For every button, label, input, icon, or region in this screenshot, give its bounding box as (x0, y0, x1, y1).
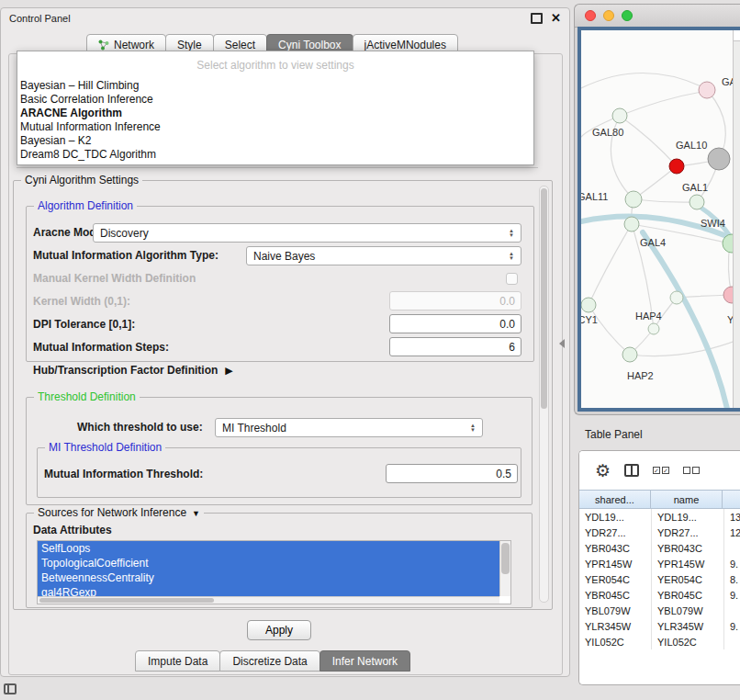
panel-collapse-arrow-icon[interactable] (559, 339, 565, 348)
network-edge[interactable] (633, 199, 697, 202)
table-row[interactable]: YLR345WYLR345W9. (579, 618, 740, 634)
data-attribute-item[interactable]: TopologicalCoefficient (38, 556, 499, 570)
settings-scrollbar[interactable] (539, 186, 549, 603)
network-node[interactable] (612, 108, 627, 123)
network-edge[interactable] (589, 305, 630, 355)
scroll-up-arrow[interactable] (734, 30, 740, 41)
column-header[interactable] (722, 490, 740, 509)
column-header[interactable]: shared... (578, 490, 651, 509)
close-traffic-light-icon[interactable] (585, 10, 596, 21)
updown-arrows-icon: ▲▼ (509, 252, 514, 261)
columns-icon[interactable] (624, 464, 639, 477)
column-header[interactable]: name (650, 490, 723, 509)
mi-steps-label: Mutual Information Steps: (33, 341, 169, 354)
table-cell (724, 540, 740, 556)
table-row[interactable]: YER054CYER054C8. (579, 571, 740, 587)
desktop: Control Panel ✕ Network Style Select Cyn… (0, 0, 740, 700)
network-canvas[interactable]: GAL80GAL10GAL11GAL1SWI4GAL4GCY1HAP4HAP2G… (577, 27, 740, 412)
tab-infer-network[interactable]: Infer Network (320, 650, 410, 672)
tab-discretize-data[interactable]: Discretize Data (219, 650, 320, 672)
collapse-down-icon: ▼ (192, 509, 200, 518)
manual-kernel-checkbox[interactable] (506, 273, 518, 285)
dpi-tolerance-label: DPI Tolerance [0,1]: (33, 318, 135, 331)
show-columns-icon[interactable]: ✓✓ (653, 467, 669, 474)
tab-impute-data[interactable]: Impute Data (135, 650, 220, 672)
algorithm-option[interactable]: Bayesian – K2 (17, 134, 533, 148)
network-edge[interactable] (620, 116, 677, 166)
mi-threshold-label: Mutual Information Threshold: (44, 468, 203, 480)
minimize-traffic-light-icon[interactable] (603, 10, 614, 21)
data-attributes-list[interactable]: SelfLoopsTopologicalCoefficientBetweenne… (37, 540, 511, 604)
kernel-width-field[interactable]: 0.0 (389, 291, 521, 310)
attributes-horizontal-scrollbar[interactable] (38, 596, 499, 604)
table-cell: YBL079W (579, 603, 652, 618)
table-toolbar: ⚙ ✓✓ (579, 451, 740, 490)
table-row[interactable]: YBL079WYBL079W (579, 603, 740, 618)
dropdown-options: Bayesian – Hill ClimbingBasic Correlatio… (17, 79, 533, 162)
mi-steps-field[interactable]: 6 (389, 337, 521, 356)
hub-definition-expander[interactable]: Hub/Transcription Factor Definition ▶ (33, 364, 233, 377)
tab-label: Select (225, 39, 255, 51)
network-node[interactable] (669, 159, 684, 174)
table-cell: YPR145W (652, 556, 724, 571)
float-window-icon[interactable] (531, 13, 543, 24)
network-node[interactable] (624, 217, 639, 231)
tab-label: Infer Network (332, 655, 398, 668)
attributes-vertical-scrollbar[interactable] (499, 541, 510, 596)
mi-type-label: Mutual Information Algorithm Type: (33, 249, 219, 262)
mi-type-select[interactable]: Naive Bayes ▲▼ (246, 246, 521, 265)
node-label: GCY1 (581, 314, 598, 325)
data-attribute-item[interactable]: BetweennessCentrality (38, 570, 499, 585)
node-label: HAP2 (627, 370, 654, 381)
algorithm-option[interactable]: Mutual Information Inference (17, 120, 533, 134)
tab-label: Network (114, 39, 154, 51)
table-row[interactable]: YIL052CYIL052C (579, 634, 740, 649)
scrollbar-thumb[interactable] (541, 188, 547, 409)
algorithm-dropdown-popup: Select algorithm to view settings Bayesi… (17, 51, 534, 165)
algorithm-definition-group: Algorithm Definition Aracne Mode: Discov… (26, 206, 534, 362)
zoom-traffic-light-icon[interactable] (622, 10, 633, 21)
algorithm-option[interactable]: Basic Correlation Inference (17, 93, 533, 107)
close-icon[interactable]: ✕ (551, 14, 561, 23)
network-edge[interactable] (581, 73, 705, 89)
expand-right-icon: ▶ (225, 365, 232, 377)
network-edge[interactable] (589, 224, 632, 305)
mi-threshold-field[interactable]: 0.5 (386, 464, 518, 483)
restore-panel-icon[interactable] (4, 683, 17, 694)
table-row[interactable]: YDL19...YDL19...13... (579, 509, 740, 525)
table-cell: YIL052C (579, 634, 652, 649)
aracne-mode-select[interactable]: Discovery ▲▼ (93, 223, 521, 243)
network-node[interactable] (625, 191, 642, 208)
algorithm-option[interactable]: ARACNE Algorithm (17, 107, 533, 120)
dpi-tolerance-field[interactable]: 0.0 (389, 314, 521, 333)
table-row[interactable]: YBR045CYBR045C9. (579, 587, 740, 603)
algorithm-option[interactable]: Bayesian – Hill Climbing (17, 79, 533, 93)
apply-button[interactable]: Apply (247, 620, 311, 640)
group-title: MI Threshold Definition (45, 441, 165, 454)
network-node[interactable] (581, 298, 596, 312)
network-node[interactable] (648, 323, 659, 334)
network-edge[interactable] (630, 339, 740, 356)
table-cell: 9. (724, 556, 740, 571)
hide-columns-icon[interactable] (683, 467, 700, 474)
table-row[interactable]: YDR27...YDR27...12... (579, 525, 740, 540)
network-node[interactable] (699, 82, 715, 98)
algorithm-option[interactable]: Dream8 DC_TDC Algorithm (17, 148, 533, 162)
data-attribute-item[interactable]: SelfLoops (38, 541, 499, 556)
tab-label: Cyni Toolbox (278, 39, 341, 51)
gear-icon[interactable]: ⚙ (595, 462, 611, 480)
group-title: Cyni Algorithm Settings (21, 174, 142, 186)
network-graph: GAL80GAL10GAL11GAL1SWI4GAL4GCY1HAP4HAP2G… (581, 30, 740, 409)
sources-expander[interactable]: Sources for Network Inference▼ (34, 506, 204, 519)
network-node[interactable] (670, 291, 683, 304)
which-threshold-select[interactable]: MI Threshold ▲▼ (215, 418, 483, 437)
network-edge[interactable] (620, 91, 707, 116)
network-node[interactable] (690, 195, 704, 209)
table-row[interactable]: YPR145WYPR145W9. (579, 556, 740, 571)
network-window-titlebar (575, 5, 740, 28)
network-node[interactable] (622, 347, 637, 362)
canvas-scrollbar[interactable] (733, 30, 740, 408)
group-title: Algorithm Definition (34, 199, 137, 212)
table-row[interactable]: YBR043CYBR043C (579, 540, 740, 556)
network-node[interactable] (708, 148, 730, 170)
